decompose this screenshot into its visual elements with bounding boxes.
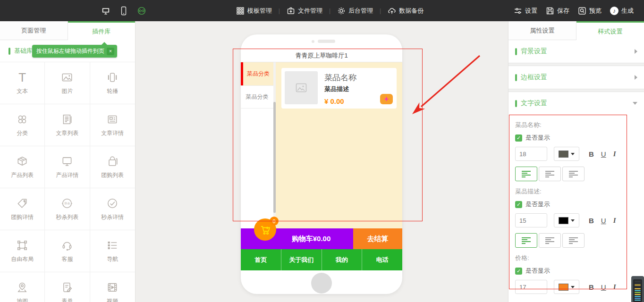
font-size-input[interactable] <box>515 147 547 161</box>
menu-data-backup[interactable]: 数据备份 <box>388 7 424 15</box>
italic-button[interactable]: I <box>613 150 616 158</box>
align-right-button[interactable] <box>562 233 585 248</box>
widget-image[interactable]: 图片 <box>45 62 90 104</box>
widget-product-list[interactable]: 产品列表 <box>0 146 45 188</box>
generate-button[interactable]: ♪ 生成 <box>610 7 634 15</box>
font-color-dropdown[interactable] <box>554 280 579 294</box>
preview-icon <box>578 7 586 15</box>
nav-about[interactable]: 关于我们 <box>281 249 322 270</box>
image-placeholder-icon <box>285 71 318 104</box>
menu-backend-manage[interactable]: 后台管理 <box>337 7 373 15</box>
widget-grid: T 文本 图片 轮播 分类 <box>0 62 135 302</box>
widget-article-list[interactable]: 文章列表 <box>45 104 90 146</box>
align-buttons-row <box>515 167 637 181</box>
underline-button[interactable]: U <box>601 283 606 291</box>
category-icon <box>16 113 28 126</box>
editor-stage: 模板管理 | 文件管理 | 后台管理 | 数据备份 <box>0 0 644 302</box>
section-divider <box>508 89 644 92</box>
widget-service[interactable]: 客服 <box>45 230 90 272</box>
chevron-down-icon <box>633 102 637 105</box>
chevron-right-icon <box>635 49 637 54</box>
add-dish-button[interactable]: + <box>380 94 393 104</box>
close-icon[interactable]: × <box>107 48 114 55</box>
align-left-button[interactable] <box>515 233 537 248</box>
widget-seckill-list[interactable]: 秒杀 秒杀列表 <box>45 188 90 230</box>
section-text-settings[interactable]: 文字设置 <box>508 92 644 115</box>
mobile-icon[interactable] <box>119 7 128 15</box>
preview-button[interactable]: 预览 <box>578 7 602 15</box>
align-left-button[interactable] <box>515 167 537 181</box>
library-label: 基础库 <box>14 47 33 55</box>
checkbox-checked-icon[interactable]: ✓ <box>515 201 522 208</box>
widget-map[interactable]: 地图 <box>0 272 45 302</box>
menu-separator: | <box>380 8 381 14</box>
widget-form[interactable]: 表单 <box>45 272 90 302</box>
category-tab-active[interactable]: 菜品分类 <box>241 62 273 85</box>
widget-video[interactable]: 视频 <box>90 272 135 302</box>
tooltip-caret <box>102 42 107 45</box>
font-size-input[interactable] <box>515 213 547 227</box>
color-swatch <box>559 284 568 291</box>
seckill-list-icon: 秒杀 <box>61 197 73 210</box>
format-buttons: B U I <box>589 283 616 291</box>
tab-style-settings[interactable]: 样式设置 <box>576 21 644 40</box>
desktop-icon[interactable] <box>102 7 110 15</box>
widget-product-detail[interactable]: 产品详情 <box>45 146 90 188</box>
italic-button[interactable]: I <box>613 217 616 225</box>
bold-button[interactable]: B <box>589 283 594 291</box>
widget-category[interactable]: 分类 <box>0 104 45 146</box>
checkout-button[interactable]: 去结算 <box>353 228 402 249</box>
menu-label: 模板管理 <box>247 7 272 15</box>
caret-down-icon <box>571 153 575 155</box>
phone-scrollbar-thumb[interactable] <box>273 102 276 213</box>
italic-button[interactable]: I <box>613 283 616 291</box>
dish-card[interactable]: 菜品名称 菜品描述 ¥ 0.00 + <box>281 68 397 109</box>
align-right-button[interactable] <box>562 167 585 181</box>
align-center-button[interactable] <box>539 233 561 248</box>
widget-groupbuy-detail[interactable]: 团购详情 <box>0 188 45 230</box>
product-list-icon <box>16 155 28 168</box>
widget-groupbuy-list[interactable]: 团购列表 <box>90 146 135 188</box>
link-icon[interactable] <box>137 7 146 15</box>
font-color-dropdown[interactable] <box>554 147 579 161</box>
widget-carousel[interactable]: 轮播 <box>90 62 135 104</box>
bold-button[interactable]: B <box>589 150 594 158</box>
nav-phone[interactable]: 电话 <box>362 249 402 270</box>
widget-article-detail[interactable]: 文章详情 <box>90 104 135 146</box>
widget-nav[interactable]: 导航 <box>90 230 135 272</box>
phone-preview: 青青原上草咖啡厅1 菜品分类 菜品分类 菜品名称 菜品描述 ¥ 0.00 <box>241 34 402 294</box>
font-controls-row: B U I <box>515 280 637 294</box>
bold-button[interactable]: B <box>589 217 594 225</box>
mini-toolbar-stripes <box>633 279 642 302</box>
widget-text[interactable]: T 文本 <box>0 62 45 104</box>
checkbox-checked-icon[interactable]: ✓ <box>515 268 522 275</box>
tab-attribute-settings[interactable]: 属性设置 <box>508 21 576 40</box>
group-label-dish-desc: 菜品描述: <box>515 187 637 196</box>
underline-button[interactable]: U <box>601 150 606 158</box>
dish-price: ¥ 0.00 <box>324 97 356 105</box>
settings-button[interactable]: 设置 <box>514 7 537 15</box>
font-color-dropdown[interactable] <box>554 213 579 227</box>
underline-button[interactable]: U <box>601 217 606 225</box>
widget-free-layout[interactable]: 自由布局 <box>0 230 45 272</box>
generate-icon: ♪ <box>610 7 619 15</box>
menu-file-manage[interactable]: 文件管理 <box>287 7 322 15</box>
tab-page-manage[interactable]: 页面管理 <box>0 21 68 40</box>
mini-toolbar-widget[interactable] <box>631 276 644 302</box>
font-size-input[interactable] <box>515 280 547 294</box>
save-button[interactable]: 保存 <box>546 7 569 15</box>
menu-template-manage[interactable]: 模板管理 <box>236 7 272 15</box>
phone-scrollbar-track <box>273 62 276 228</box>
groupbuy-detail-icon <box>16 197 28 210</box>
align-center-button[interactable] <box>539 167 561 181</box>
section-background-settings[interactable]: 背景设置 <box>508 40 644 63</box>
topbar: 模板管理 | 文件管理 | 后台管理 | 数据备份 <box>0 0 644 21</box>
category-tab[interactable]: 菜品分类 <box>241 85 273 109</box>
checkbox-checked-icon[interactable]: ✓ <box>515 134 522 142</box>
cloud-upload-icon <box>388 7 396 15</box>
tab-plugin-library[interactable]: 插件库 <box>68 21 136 40</box>
widget-seckill-detail[interactable]: 秒杀详情 <box>90 188 135 230</box>
section-border-settings[interactable]: 边框设置 <box>508 66 644 89</box>
nav-home[interactable]: 首页 <box>241 249 281 270</box>
nav-mine[interactable]: 我的 <box>322 249 362 270</box>
